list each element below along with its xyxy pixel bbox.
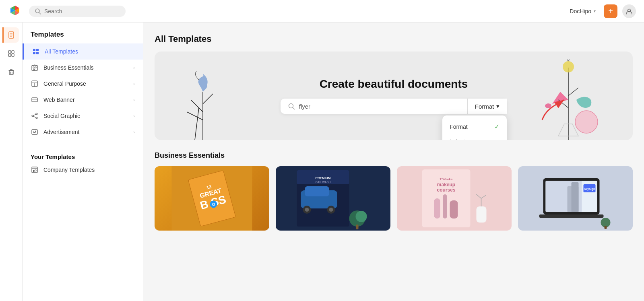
top-search-bar[interactable]: [29, 6, 126, 17]
sidebar-templates-title: Templates: [23, 31, 143, 43]
svg-rect-86: [450, 200, 458, 219]
social-icon: [31, 112, 39, 120]
format-dropdown-button[interactable]: Format ▾: [467, 99, 507, 114]
svg-rect-85: [443, 194, 447, 219]
card-thumbnail: 7 Weeks makeup courses: [397, 166, 512, 231]
svg-rect-21: [35, 67, 36, 68]
svg-text:SkySign: SkySign: [584, 188, 595, 191]
chevron-right-icon: ›: [133, 97, 135, 102]
layout-icon: [31, 80, 39, 88]
user-avatar[interactable]: [622, 4, 636, 18]
svg-text:courses: courses: [437, 187, 455, 193]
svg-rect-20: [33, 67, 34, 68]
template-card[interactable]: SkySign: [518, 166, 633, 231]
svg-point-31: [32, 115, 33, 117]
svg-rect-101: [605, 226, 607, 229]
dochipo-menu[interactable]: DocHipo ▾: [566, 6, 599, 16]
search-icon: [288, 103, 295, 110]
svg-line-34: [33, 116, 36, 118]
chevron-down-icon: ▾: [594, 9, 596, 13]
logo[interactable]: [8, 3, 23, 19]
company-icon: [31, 166, 39, 174]
dropdown-item-label: Format: [450, 124, 467, 130]
svg-point-30: [36, 113, 37, 115]
hero-banner: Create beautiful documents Format ▾: [155, 52, 633, 140]
sidebar-item-social-graphic[interactable]: Social Graphic ›: [23, 108, 143, 124]
sidebar-item-label: All Templates: [45, 48, 78, 55]
building-icon: [31, 64, 39, 72]
svg-rect-36: [32, 167, 37, 173]
svg-rect-96: [572, 182, 579, 212]
svg-rect-17: [33, 52, 35, 54]
sidebar-item-all-templates[interactable]: All Templates: [23, 43, 143, 60]
top-nav: DocHipo ▾ +: [0, 0, 644, 23]
user-icon: [625, 8, 633, 15]
svg-point-45: [289, 104, 293, 108]
sidebar-item-label: General Purpose: [43, 80, 86, 87]
sidebar-item-label: Web Banner: [43, 97, 75, 103]
plant-left-decoration: [179, 68, 227, 140]
red-arrow-indicator: [538, 92, 570, 124]
ad-icon: [31, 128, 39, 136]
svg-rect-97: [539, 214, 604, 218]
nav-right: DocHipo ▾ +: [566, 4, 636, 18]
svg-rect-9: [12, 51, 14, 53]
svg-line-43: [187, 112, 203, 120]
template-card[interactable]: 7 Weeks makeup courses: [397, 166, 512, 231]
sidebar-divider: [31, 145, 135, 145]
sidebar: Templates All Templates: [23, 23, 143, 301]
page-title: All Templates: [155, 34, 633, 44]
svg-rect-8: [8, 51, 11, 53]
svg-point-32: [36, 117, 37, 119]
hero-center-content: Create beautiful documents Format ▾: [281, 78, 507, 114]
template-grid: 12 GREAT B SS O PREMIUM CAR WASH: [155, 166, 633, 231]
sidebar-item-advertisement[interactable]: Advertisement ›: [23, 124, 143, 140]
sidebar-item-general-purpose[interactable]: General Purpose ›: [23, 76, 143, 92]
sidebar-item-label: Company Templates: [43, 167, 95, 173]
svg-line-41: [191, 100, 203, 112]
icon-bar-documents[interactable]: [2, 27, 19, 43]
hero-search-input[interactable]: [299, 103, 460, 110]
dropdown-item-format[interactable]: Format ✓: [442, 119, 507, 134]
svg-text:7 Weeks: 7 Weeks: [440, 177, 453, 181]
chevron-right-icon: ›: [133, 113, 135, 118]
business-section-title: Business Essentials: [155, 151, 633, 160]
your-templates-title: Your Templates: [23, 150, 143, 162]
svg-line-51: [568, 60, 570, 61]
chevron-right-icon: ›: [133, 130, 135, 134]
sidebar-item-business-essentials[interactable]: Business Essentials ›: [23, 60, 143, 76]
svg-rect-16: [36, 49, 39, 51]
chevron-down-icon: ▾: [496, 103, 500, 110]
sidebar-item-label: Business Essentials: [43, 64, 94, 71]
dropdown-item-industry[interactable]: Industry: [442, 134, 507, 140]
sidebar-item-company-templates[interactable]: Company Templates: [23, 162, 143, 178]
main-layout: Templates All Templates: [0, 23, 644, 301]
card-thumbnail: PREMIUM CAR WASH: [276, 166, 390, 231]
template-card[interactable]: 12 GREAT B SS O: [155, 166, 269, 231]
svg-rect-12: [9, 70, 13, 74]
grid-icon: [32, 47, 40, 56]
template-card[interactable]: PREMIUM CAR WASH: [276, 166, 390, 231]
svg-rect-18: [36, 52, 39, 54]
sidebar-item-web-banner[interactable]: Web Banner ›: [23, 92, 143, 108]
svg-rect-39: [35, 170, 37, 171]
top-search-input[interactable]: [44, 8, 109, 14]
icon-bar-templates[interactable]: [4, 46, 19, 61]
hero-title: Create beautiful documents: [281, 78, 507, 91]
hero-search-row: Format ▾ Format ✓ Industry Occasi: [281, 99, 507, 114]
add-button[interactable]: +: [604, 4, 617, 18]
svg-point-74: [305, 208, 309, 212]
chevron-right-icon: ›: [133, 65, 135, 70]
search-icon: [35, 8, 41, 14]
icon-bar: [0, 23, 23, 301]
card-thumbnail: 12 GREAT B SS O: [155, 166, 269, 231]
svg-text:PREMIUM: PREMIUM: [316, 176, 331, 180]
icon-bar-trash[interactable]: [4, 64, 19, 80]
svg-point-75: [329, 208, 333, 212]
banner-icon: [31, 96, 39, 104]
svg-text:CAR WASH: CAR WASH: [316, 181, 330, 183]
svg-line-50: [566, 60, 568, 61]
hero-search-wrap[interactable]: [281, 99, 467, 114]
svg-line-44: [195, 108, 199, 140]
check-icon: ✓: [494, 123, 500, 130]
